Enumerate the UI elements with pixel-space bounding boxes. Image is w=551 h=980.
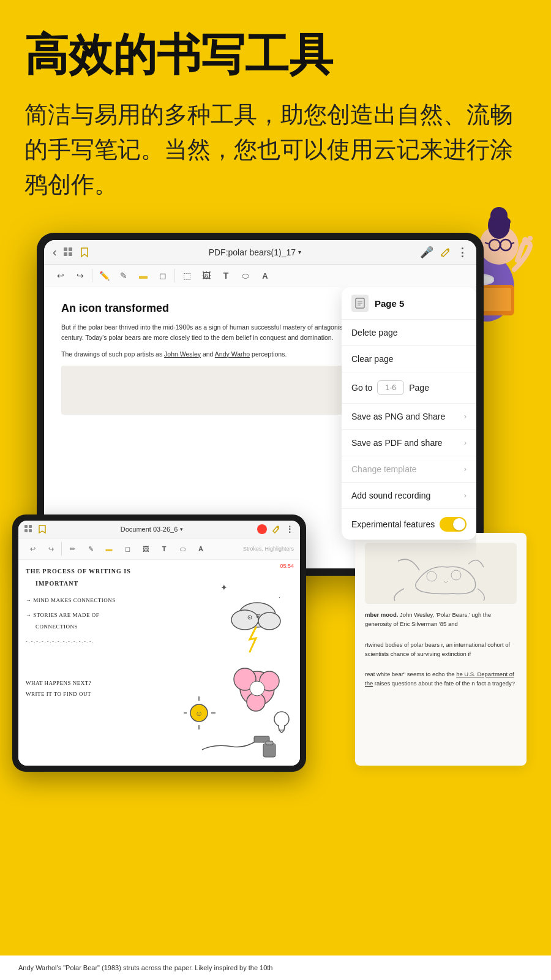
ipad-small-screen: Document 03-26_6 ▾ ⋮ ↩ ↪ ✏ ✎	[18, 521, 300, 766]
svg-text:·: ·	[279, 594, 280, 601]
undo-button[interactable]: ↩	[53, 268, 69, 284]
bear-sketch	[365, 543, 517, 604]
small-undo[interactable]: ↩	[24, 541, 40, 557]
tablet-area: ‹ PDF:polar bears(1)_17 ▾	[0, 233, 551, 784]
andy-warhol-link[interactable]: Andy Warho	[215, 350, 250, 358]
svg-rect-28	[29, 529, 32, 532]
experimental-toggle[interactable]	[440, 517, 467, 532]
grid-icon[interactable]	[63, 247, 74, 258]
ipad-toolbar: ↩ ↪ ✏️ ✎ ▬ ◻ ⬚ 🖼 T ⬭ A	[44, 265, 476, 287]
sketch-illustrations: ✦ · ☺	[184, 566, 294, 766]
change-template-label: Change template	[351, 464, 417, 474]
svg-point-54	[427, 571, 437, 581]
doc-partial-text-3: reat white bear" seems to echo the he U.…	[365, 669, 517, 688]
toggle-knob	[453, 518, 465, 530]
john-wesley-link[interactable]: John Wesley	[164, 350, 201, 358]
dropdown-header: Page 5	[342, 287, 476, 320]
small-shape[interactable]: ⬭	[174, 541, 190, 557]
change-template-chevron: ›	[464, 465, 467, 473]
goto-label: Go to	[351, 383, 372, 393]
small-pencil-tool[interactable]: ✎	[83, 541, 99, 557]
hero-title: 高效的书写工具	[24, 31, 527, 79]
strokes-label: Strokes, Highlighters	[243, 546, 294, 552]
goto-input[interactable]	[377, 380, 404, 395]
topbar-title: PDF:polar bears(1)_17 ▾	[96, 247, 414, 257]
shape-tool[interactable]: ⬭	[238, 268, 253, 284]
small-keyboard[interactable]: A	[193, 541, 209, 557]
doc-partial: mber mood. John Wesley, 'Polar Bears,' u…	[355, 533, 527, 766]
toolbar-divider-2	[174, 269, 175, 282]
svg-point-55	[451, 570, 461, 580]
record-indicator[interactable]	[257, 524, 267, 534]
toolbar-divider-1	[92, 269, 92, 282]
bear-sketch-svg	[380, 546, 502, 601]
svg-rect-20	[69, 252, 72, 256]
experimental-features-item[interactable]: Experimental features	[342, 509, 476, 540]
keyboard-tool[interactable]: A	[257, 268, 273, 284]
delete-page-item[interactable]: Delete page	[342, 320, 476, 346]
highlighter-tool[interactable]: ▬	[135, 268, 151, 284]
save-png-label: Save as PNG and Share	[351, 412, 445, 421]
svg-point-33	[249, 617, 250, 618]
ipad-topbar: ‹ PDF:polar bears(1)_17 ▾	[44, 240, 476, 265]
add-sound-item[interactable]: Add sound recording ›	[342, 483, 476, 509]
clear-page-label: Clear page	[351, 354, 394, 364]
pencil-gold-icon[interactable]	[440, 247, 451, 258]
dropdown-page-title: Page 5	[375, 298, 404, 309]
small-grid-icon[interactable]	[24, 525, 34, 533]
svg-rect-18	[69, 247, 72, 251]
save-pdf-chevron: ›	[464, 439, 467, 447]
small-redo[interactable]: ↪	[43, 541, 59, 557]
svg-rect-52	[263, 744, 276, 757]
mic-icon[interactable]: 🎤	[420, 246, 433, 259]
small-pen[interactable]: ✏	[64, 541, 80, 557]
bookmark-icon[interactable]	[79, 247, 90, 258]
pen-tool[interactable]: ✏️	[96, 268, 112, 284]
svg-point-49	[274, 712, 289, 726]
dropdown-arrow[interactable]: ▾	[298, 249, 301, 255]
small-content: 05:54 The process of writing is importan…	[18, 560, 300, 766]
small-topbar-icons-left	[24, 525, 47, 533]
us-dept-link[interactable]: he U.S. Department of the	[365, 671, 514, 687]
image-tool[interactable]: 🖼	[198, 268, 214, 284]
svg-point-31	[258, 612, 280, 630]
svg-point-35	[258, 616, 259, 617]
save-png-item[interactable]: Save as PNG and Share ›	[342, 404, 476, 430]
small-pencil-icon[interactable]	[272, 525, 280, 533]
add-sound-chevron: ›	[464, 491, 467, 500]
small-more-button[interactable]: ⋮	[285, 524, 294, 534]
doc-partial-text-1: mber mood. John Wesley, 'Polar Bears,' u…	[365, 610, 517, 628]
goto-page-item[interactable]: Go to Page	[342, 372, 476, 404]
save-png-chevron: ›	[464, 412, 467, 421]
small-toolbar: ↩ ↪ ✏ ✎ ▬ ◻ 🖼 T ⬭ A Strokes, Highlighter…	[18, 538, 300, 560]
svg-text:✦: ✦	[220, 582, 228, 592]
eraser-tool[interactable]: ◻	[155, 268, 171, 284]
text-tool[interactable]: T	[218, 268, 234, 284]
add-sound-label: Add sound recording	[351, 491, 430, 500]
doc-partial-text-2: rtwined bodies of polar bears r, an inte…	[365, 640, 517, 658]
hero-section: 高效的书写工具 简洁与易用的多种工具，助您创造出自然、流畅的手写笔记。当然，您也…	[0, 0, 551, 214]
small-topbar: Document 03-26_6 ▾ ⋮	[18, 521, 300, 538]
change-template-item[interactable]: Change template ›	[342, 456, 476, 483]
topbar-icons-left	[63, 247, 90, 258]
back-button[interactable]: ‹	[53, 245, 57, 259]
small-text[interactable]: T	[156, 541, 172, 557]
small-highlighter[interactable]: ▬	[101, 541, 117, 557]
topbar-right: 🎤 ⋮	[420, 246, 468, 259]
save-pdf-item[interactable]: Save as PDF and share ›	[342, 430, 476, 456]
svg-rect-17	[64, 247, 67, 251]
delete-page-label: Delete page	[351, 328, 398, 337]
lasso-tool[interactable]: ⬚	[179, 268, 195, 284]
small-bookmark-icon[interactable]	[38, 525, 47, 533]
small-image[interactable]: 🖼	[138, 541, 154, 557]
svg-text:☺: ☺	[195, 709, 203, 718]
more-button[interactable]: ⋮	[457, 246, 468, 259]
clear-page-item[interactable]: Clear page	[342, 346, 476, 372]
redo-button[interactable]: ↪	[72, 268, 88, 284]
svg-rect-27	[24, 529, 28, 532]
small-eraser[interactable]: ◻	[119, 541, 135, 557]
svg-point-4	[503, 218, 511, 225]
svg-rect-25	[24, 525, 28, 528]
pencil-tool[interactable]: ✎	[116, 268, 132, 284]
experimental-features-label: Experimental features	[351, 519, 435, 529]
